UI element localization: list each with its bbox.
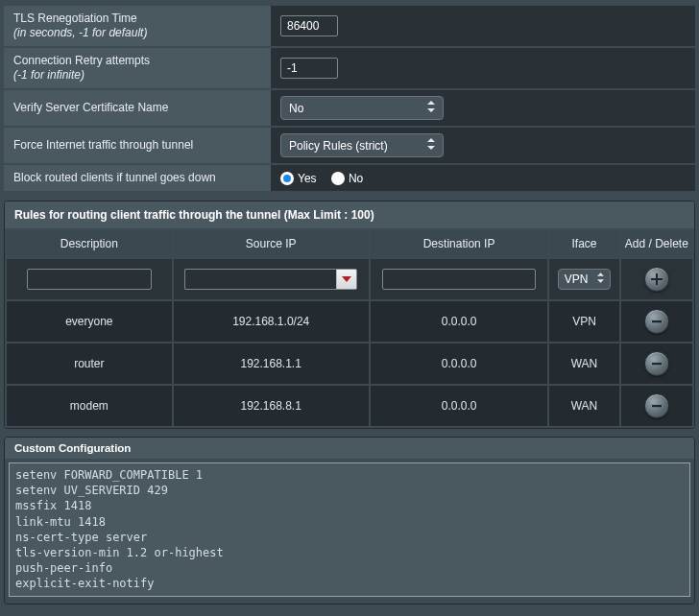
svg-rect-0 (652, 320, 662, 322)
col-header-description: Description (7, 230, 172, 257)
svg-rect-2 (652, 405, 662, 407)
verify-cn-select[interactable]: No (280, 96, 444, 120)
minus-icon (650, 315, 663, 328)
col-header-iface: Iface (549, 230, 618, 257)
retry-label: Connection Retry attempts (-1 for infini… (4, 48, 271, 88)
new-source-input[interactable] (184, 269, 336, 290)
verify-cn-label: Verify Server Certificate Name (4, 90, 271, 126)
cell-description: modem (7, 386, 172, 426)
cell-iface: WAN (549, 344, 618, 384)
cell-destination: 0.0.0.0 (371, 386, 548, 426)
delete-rule-button[interactable] (644, 393, 669, 418)
rules-panel: Rules for routing client traffic through… (4, 201, 695, 429)
new-iface-select[interactable]: VPN (558, 269, 612, 290)
cell-iface: WAN (549, 386, 618, 426)
plus-icon (650, 272, 663, 286)
rules-panel-header: Rules for routing client traffic through… (5, 201, 694, 228)
cell-description: router (7, 344, 172, 384)
tls-reneg-input[interactable] (280, 15, 338, 36)
add-rule-button[interactable] (644, 267, 669, 292)
custom-config-panel: Custom Configuration (4, 437, 695, 604)
block-routed-no[interactable]: No (331, 172, 363, 185)
cell-source: 192.168.1.1 (174, 344, 369, 384)
col-header-destination: Destination IP (371, 230, 548, 257)
retry-input[interactable] (280, 58, 338, 79)
force-tunnel-label: Force Internet traffic through tunnel (4, 128, 271, 163)
chevron-updown-icon (597, 272, 604, 286)
col-header-source: Source IP (174, 230, 369, 257)
table-row: router192.168.1.10.0.0.0WAN (7, 344, 692, 384)
cell-destination: 0.0.0.0 (371, 301, 548, 342)
settings-table: TLS Renegotiation Time (in seconds, -1 f… (4, 4, 695, 193)
cell-iface: VPN (549, 301, 618, 342)
delete-rule-button[interactable] (644, 351, 669, 376)
rules-table: Description Source IP Destination IP Ifa… (5, 228, 694, 428)
table-row: everyone192.168.1.0/240.0.0.0VPN (7, 301, 692, 342)
radio-icon (280, 172, 294, 185)
custom-config-textarea[interactable] (9, 462, 690, 597)
cell-source: 192.168.8.1 (174, 386, 369, 426)
source-dropdown-button[interactable] (336, 269, 357, 290)
table-row: modem192.168.8.10.0.0.0WAN (7, 386, 692, 426)
minus-icon (650, 357, 663, 370)
block-routed-yes[interactable]: Yes (280, 172, 317, 185)
delete-rule-button[interactable] (644, 309, 669, 334)
col-header-action: Add / Delete (621, 230, 692, 257)
cell-description: everyone (7, 301, 172, 342)
cell-destination: 0.0.0.0 (371, 344, 548, 384)
force-tunnel-select[interactable]: Policy Rules (strict) (280, 133, 444, 157)
svg-rect-1 (652, 363, 662, 365)
button-row: Default Apply (4, 604, 695, 617)
custom-config-header: Custom Configuration (5, 438, 694, 459)
minus-icon (650, 399, 663, 413)
new-description-input[interactable] (27, 269, 152, 290)
block-routed-label: Block routed clients if tunnel goes down (4, 165, 271, 191)
chevron-updown-icon (427, 138, 435, 153)
rules-new-row: VPN (7, 259, 692, 299)
new-destination-input[interactable] (382, 269, 536, 290)
radio-icon (331, 172, 345, 185)
chevron-updown-icon (427, 101, 435, 115)
cell-source: 192.168.1.0/24 (174, 301, 369, 342)
tls-reneg-label: TLS Renegotiation Time (in seconds, -1 f… (4, 6, 271, 46)
caret-down-icon (342, 276, 351, 282)
